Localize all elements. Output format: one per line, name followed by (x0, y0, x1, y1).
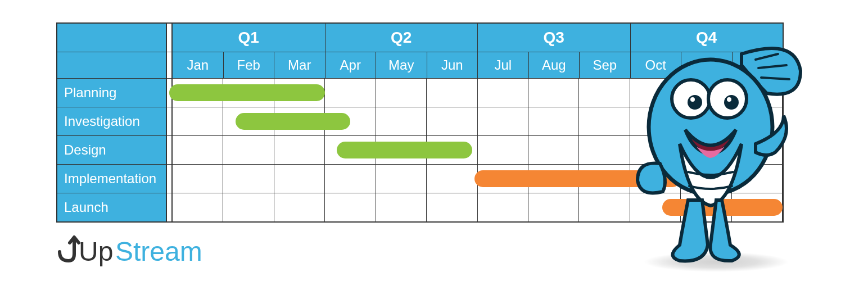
gantt-gap-cell (167, 136, 173, 164)
gantt-bar (337, 142, 472, 158)
gantt-gap-cell (167, 193, 173, 221)
month-header-jan: Jan (173, 52, 224, 78)
gantt-gap-cell (167, 52, 173, 78)
svg-point-4 (724, 95, 739, 110)
month-header-aug: Aug (529, 52, 580, 78)
gantt-corner-cell-2 (57, 52, 167, 78)
task-label: Planning (57, 79, 167, 107)
gantt-corner-cell (57, 24, 167, 52)
task-label: Launch (57, 193, 167, 221)
gantt-bar (169, 84, 325, 101)
logo-text-up: Up (79, 237, 113, 266)
month-header-may: May (376, 52, 427, 78)
svg-point-3 (688, 95, 702, 110)
task-label: Design (57, 136, 167, 164)
gantt-gap-cell (167, 24, 173, 52)
month-header-mar: Mar (274, 52, 326, 78)
gantt-gap-cell (167, 165, 173, 193)
logo-text-stream: Stream (115, 237, 202, 266)
fish-mascot-icon (626, 31, 806, 273)
month-header-sep: Sep (580, 52, 631, 78)
month-header-jul: Jul (478, 52, 529, 78)
quarter-header-q3: Q3 (478, 24, 631, 52)
quarter-header-q1: Q1 (173, 24, 326, 52)
gantt-gap-cell (167, 107, 173, 135)
task-label: Investigation (57, 107, 167, 135)
quarter-header-q2: Q2 (326, 24, 478, 52)
month-header-feb: Feb (224, 52, 275, 78)
svg-point-6 (727, 97, 731, 102)
svg-point-5 (690, 97, 695, 102)
upstream-logo: Up Stream (56, 232, 236, 269)
gantt-bar (236, 113, 351, 130)
month-header-apr: Apr (326, 52, 377, 78)
month-header-jun: Jun (427, 52, 478, 78)
task-label: Implementation (57, 165, 167, 193)
